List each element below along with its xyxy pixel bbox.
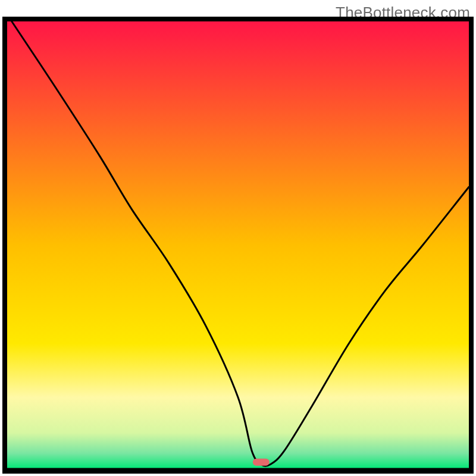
bottleneck-chart — [0, 0, 476, 476]
gradient-background — [7, 21, 469, 469]
optimum-marker — [253, 459, 270, 466]
chart-root: TheBottleneck.com — [0, 0, 476, 476]
